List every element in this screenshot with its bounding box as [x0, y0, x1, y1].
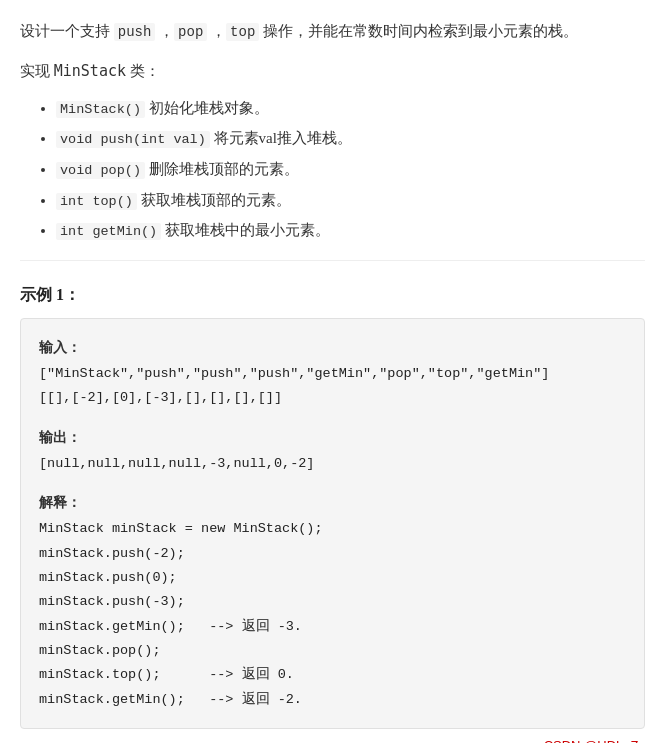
example-title: 示例 1：	[20, 281, 645, 308]
input-line2: [[],[-2],[0],[-3],[],[],[],[]]	[39, 386, 626, 410]
explain-line-8: minStack.getMin(); --> 返回 -2.	[39, 688, 626, 712]
list-item: void pop() 删除堆栈顶部的元素。	[56, 156, 645, 183]
list-item: int top() 获取堆栈顶部的元素。	[56, 187, 645, 214]
explain-line-7: minStack.top(); --> 返回 0.	[39, 663, 626, 687]
top-code: top	[226, 23, 259, 41]
example-box: 输入： ["MinStack","push","push","push","ge…	[20, 318, 645, 729]
explain-line-2: minStack.push(-2);	[39, 542, 626, 566]
push-code: push	[114, 23, 156, 41]
method-desc-5: 获取堆栈中的最小元素。	[161, 222, 330, 238]
list-item: void push(int val) 将元素val推入堆栈。	[56, 125, 645, 152]
explain-line-1: MinStack minStack = new MinStack();	[39, 517, 626, 541]
section-divider	[20, 260, 645, 261]
explain-line-5: minStack.getMin(); --> 返回 -3.	[39, 615, 626, 639]
method-code-1: MinStack()	[56, 101, 145, 118]
minstack-inline: MinStack	[54, 62, 126, 80]
list-item: MinStack() 初始化堆栈对象。	[56, 95, 645, 122]
list-item: int getMin() 获取堆栈中的最小元素。	[56, 217, 645, 244]
method-code-4: int top()	[56, 193, 137, 210]
watermark: CSDN @HDLaZy	[20, 735, 645, 743]
method-list: MinStack() 初始化堆栈对象。 void push(int val) 将…	[20, 95, 645, 244]
method-code-5: int getMin()	[56, 223, 161, 240]
explain-line-4: minStack.push(-3);	[39, 590, 626, 614]
method-desc-4: 获取堆栈顶部的元素。	[137, 192, 291, 208]
method-desc-3: 删除堆栈顶部的元素。	[145, 161, 299, 177]
method-code-2: void push(int val)	[56, 131, 210, 148]
method-code-3: void pop()	[56, 162, 145, 179]
method-desc-1: 初始化堆栈对象。	[145, 100, 269, 116]
input-line1: ["MinStack","push","push","push","getMin…	[39, 362, 626, 386]
method-desc-2: 将元素val推入堆栈。	[210, 130, 352, 146]
output-label: 输出：	[39, 425, 626, 450]
input-label: 输入：	[39, 335, 626, 360]
explain-label: 解释：	[39, 490, 626, 515]
explain-line-3: minStack.push(0);	[39, 566, 626, 590]
explain-line-6: minStack.pop();	[39, 639, 626, 663]
intro-paragraph: 设计一个支持 push ，pop ，top 操作，并能在常数时间内检索到最小元素…	[20, 18, 645, 45]
implement-title: 实现 MinStack 类：	[20, 59, 645, 85]
output-value: [null,null,null,null,-3,null,0,-2]	[39, 452, 626, 476]
pop-code: pop	[174, 23, 207, 41]
